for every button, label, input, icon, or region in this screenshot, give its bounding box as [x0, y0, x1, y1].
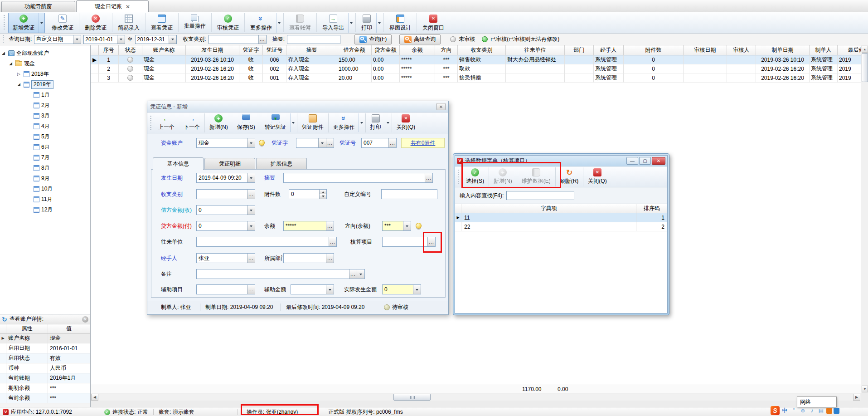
handler-field[interactable]: 张亚 ... — [196, 253, 255, 263]
toolbar-button-more-ops[interactable]: »更多操作 — [246, 13, 282, 33]
tree-year-2018[interactable]: ▷2018年 — [17, 69, 49, 79]
tab-basic-info[interactable]: 基本信息 — [153, 157, 204, 170]
ellipsis-button[interactable]: ... — [326, 221, 334, 230]
dropdown-arrow-icon[interactable] — [359, 113, 364, 132]
ime-skin-icon[interactable] — [826, 408, 832, 414]
dropdown-icon[interactable] — [326, 285, 334, 294]
column-header-12[interactable]: 收支类别 — [458, 45, 506, 55]
column-header-9[interactable]: 贷方金额 — [372, 45, 400, 55]
fund-account-select[interactable]: 现金 — [196, 138, 255, 148]
property-row[interactable]: 当前账期2016年1月 — [0, 373, 90, 383]
column-header-6[interactable]: 凭证号 — [263, 45, 286, 55]
date-to-dropdown-icon[interactable] — [169, 35, 176, 44]
ellipsis-button[interactable]: ... — [388, 138, 396, 147]
dropdown-arrow-icon[interactable] — [276, 13, 282, 33]
dict-row[interactable]: ▶111 — [455, 213, 667, 222]
tree-month-9[interactable]: 9月 — [27, 173, 50, 183]
tree-month-10[interactable]: 10月 — [27, 184, 53, 194]
column-header-7[interactable]: 摘要 — [286, 45, 337, 55]
voucher-toolbar-more[interactable]: »更多操作 — [330, 113, 364, 132]
ellipsis-button[interactable]: ... — [329, 237, 336, 246]
horizontal-scroll-thumb[interactable] — [393, 394, 431, 401]
voucher-summary-field[interactable]: ... — [283, 173, 433, 183]
remark-field[interactable]: ... — [196, 269, 365, 279]
ime-keyboard-icon[interactable]: ▤ — [817, 406, 825, 415]
column-header-21[interactable]: 最后修改时间 — [838, 45, 861, 55]
date-from-input[interactable]: 2019-01-01 — [83, 35, 125, 44]
toolbar-button-print[interactable]: 打印 — [357, 13, 383, 33]
dropdown-icon[interactable] — [403, 221, 411, 230]
tree-month-8[interactable]: 8月 — [27, 163, 50, 173]
column-header-20[interactable]: 制单人 — [810, 45, 838, 55]
column-header-1[interactable]: 序号 — [99, 45, 119, 55]
property-row[interactable]: 币种人民币 — [0, 363, 90, 373]
tab-voucher-detail[interactable]: 凭证明细 — [204, 158, 255, 170]
voucher-no-input[interactable]: 007 ... — [361, 138, 397, 148]
voucher-dialog-titlebar[interactable]: 凭证信息 - 新增 ✕ — [147, 101, 448, 113]
toolbar-button-close-window[interactable]: ✕关闭窗口 — [418, 13, 449, 33]
tree-month-5[interactable]: 5月 — [27, 132, 50, 142]
maximize-icon[interactable]: ▢ — [639, 157, 651, 165]
toolbar-button-view-voucher[interactable]: 查看凭证 — [146, 13, 177, 33]
tab-close-icon[interactable]: ✕ — [126, 4, 130, 10]
date-from-dropdown-icon[interactable] — [117, 35, 125, 44]
toolbar-button-audit-voucher[interactable]: ✓审核凭证 — [213, 13, 243, 33]
horizontal-scrollbar[interactable]: ◀ ▶ — [91, 393, 861, 401]
ellipsis-button[interactable]: ... — [349, 269, 357, 279]
counterparty-field[interactable]: ... — [196, 237, 337, 247]
dropdown-icon[interactable] — [357, 269, 364, 279]
date-to-input[interactable]: 2019-12-31 — [135, 35, 177, 44]
ellipsis-button[interactable]: ... — [425, 173, 432, 182]
column-header-13[interactable]: 往来单位 — [506, 45, 565, 55]
dropdown-arrow-icon[interactable] — [290, 113, 296, 132]
dropdown-arrow-icon[interactable] — [348, 13, 354, 33]
scroll-left-icon[interactable]: ◀ — [91, 394, 98, 401]
tree-expand-icon[interactable]: ◢ — [2, 51, 6, 55]
table-row[interactable]: 3现金2019-02-26 16:20收001存入现金20.000.00****… — [91, 73, 861, 83]
aux-amount-field[interactable] — [291, 284, 334, 294]
tree-month-3[interactable]: 3月 — [27, 111, 50, 121]
tree-expand-icon[interactable]: ▷ — [17, 72, 22, 76]
dropdown-icon[interactable] — [247, 173, 255, 182]
property-row[interactable]: ▶账户名称现金 — [0, 333, 90, 343]
property-row[interactable]: 当前余额*** — [0, 393, 90, 403]
voucher-toolbar-next[interactable]: →下一个 — [180, 113, 204, 132]
tree-expand-icon[interactable]: ◢ — [17, 82, 22, 87]
ime-mic-icon[interactable]: ♪ — [808, 406, 816, 415]
tree-root-all-cash-accounts[interactable]: ◢⌂全部现金账户 — [2, 48, 49, 58]
aux-item-field[interactable]: ... — [196, 284, 255, 294]
voucher-word-select[interactable]: ... — [296, 138, 334, 148]
dropdown-icon[interactable] — [413, 285, 421, 294]
scroll-up-icon[interactable]: ▲ — [862, 46, 868, 53]
voucher-toolbar-add[interactable]: +新增(N) — [206, 113, 232, 132]
column-header-14[interactable]: 部门 — [565, 45, 594, 55]
column-header-11[interactable]: 方向 — [435, 45, 458, 55]
column-header-5[interactable]: 凭证字 — [239, 45, 263, 55]
toolbar-button-delete-voucher[interactable]: ✕删除凭证 — [80, 13, 111, 33]
property-row[interactable]: 期初余额*** — [0, 383, 90, 393]
ime-toolbox-icon[interactable] — [834, 408, 839, 414]
column-header-19[interactable]: 制单日期 — [756, 45, 810, 55]
panel-close-icon[interactable]: ✕ — [82, 316, 88, 323]
ellipsis-button[interactable]: ... — [247, 190, 255, 199]
custom-no-input[interactable] — [381, 189, 437, 199]
debit-amount-field[interactable]: 0 — [196, 205, 255, 215]
column-header-15[interactable]: 经手人 — [594, 45, 624, 55]
toolbar-button-import-export[interactable]: →导入导出 — [318, 13, 354, 33]
dropdown-icon[interactable] — [247, 221, 255, 230]
ellipsis-button[interactable]: ... — [326, 254, 334, 263]
scroll-down-icon[interactable]: ▼ — [862, 386, 868, 392]
close-icon[interactable]: ✕ — [652, 157, 665, 165]
voucher-toolbar-close[interactable]: ✕关闭(Q) — [393, 113, 419, 132]
column-header-18[interactable]: 审核人 — [727, 45, 756, 55]
department-field[interactable]: ... — [283, 253, 334, 263]
ime-emoji-icon[interactable]: ☺ — [799, 406, 807, 415]
tree-month-2[interactable]: 2月 — [27, 100, 50, 110]
tree-month-11[interactable]: 11月 — [27, 194, 52, 204]
tree-month-7[interactable]: 7月 — [27, 152, 50, 162]
voucher-toolbar-prev[interactable]: ←上一个 — [155, 113, 178, 132]
toolbar-button-add-voucher[interactable]: +新增凭证 — [8, 13, 45, 33]
toolbar-button-ui-design[interactable]: 界面设计 — [385, 13, 416, 33]
voucher-toolbar-attachment[interactable]: 凭证附件 — [298, 113, 327, 132]
toolbar-button-batch-ops[interactable]: 批量操作 — [179, 14, 210, 31]
